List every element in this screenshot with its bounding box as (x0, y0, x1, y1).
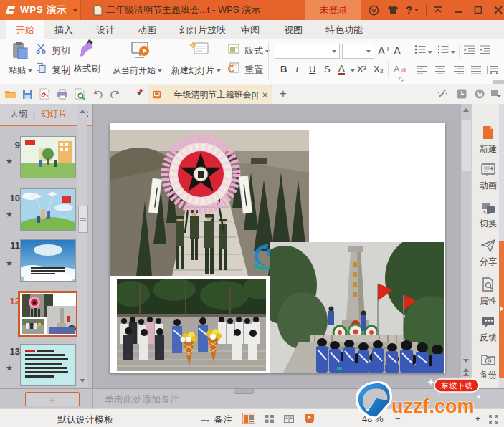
undo-button[interactable] (90, 87, 105, 101)
tab-review[interactable]: 审阅 (231, 20, 270, 39)
export-pdf-button[interactable] (37, 87, 52, 101)
format-painter-button[interactable]: 格式刷 (72, 39, 102, 60)
slide-edit-area[interactable] (93, 104, 461, 388)
italic-button[interactable]: I (295, 64, 298, 75)
font-color-button[interactable]: A (338, 64, 345, 75)
slide-thumbnail-13[interactable] (20, 344, 76, 386)
scroll-up-button[interactable] (461, 105, 471, 115)
layout-button[interactable]: 版式 (228, 44, 270, 57)
fit-to-window-button[interactable] (487, 413, 500, 425)
beautify-wand-icon[interactable] (434, 87, 449, 101)
superscript-button[interactable]: X² (357, 64, 366, 75)
photo-students-flower-baskets[interactable] (117, 279, 266, 371)
align-justify-button[interactable] (470, 65, 482, 76)
panel-scrollbar[interactable] (77, 105, 87, 387)
slide-canvas[interactable] (110, 123, 445, 373)
photo-monument-students[interactable] (270, 242, 444, 373)
increase-indent-button[interactable] (479, 44, 491, 57)
font-size-select[interactable] (342, 44, 374, 59)
tab-outline[interactable]: 大纲 (10, 108, 27, 120)
main-scrollbar-thumb[interactable] (462, 120, 472, 171)
distribute-button[interactable] (486, 65, 499, 76)
skin-icon[interactable] (384, 0, 402, 20)
new-slide-button[interactable]: 新建幻灯片 (171, 41, 227, 62)
v-member-icon[interactable] (364, 0, 383, 20)
increase-font-button[interactable]: A⁺ (378, 44, 391, 57)
align-left-icon (416, 65, 427, 74)
decrease-indent-button[interactable] (463, 44, 475, 57)
scroll-down-button[interactable] (461, 356, 471, 365)
paste-button[interactable]: 粘贴 (7, 41, 32, 62)
notes-placeholder[interactable]: 单击此处添加备注 (105, 393, 179, 406)
document-tab[interactable]: 二年级清明节主题班会ppt.ppt (148, 85, 272, 104)
add-slide-button[interactable]: + (25, 392, 80, 406)
font-name-select[interactable] (275, 44, 340, 59)
previous-slide-button[interactable] (461, 368, 471, 377)
quickbar-dropdown[interactable] (130, 87, 145, 101)
subscript-button[interactable]: X₂ (374, 64, 384, 75)
print-button[interactable] (55, 87, 70, 101)
login-button[interactable]: 未登录 (305, 0, 361, 20)
normal-view-button[interactable] (242, 413, 255, 424)
slide-thumbnail-9[interactable] (20, 136, 76, 178)
notes-label[interactable]: 备注 (214, 413, 232, 426)
scroll-up-icon[interactable] (80, 110, 85, 113)
tab-special-features[interactable]: 特色功能 (315, 20, 373, 39)
tab-view[interactable]: 视图 (274, 20, 313, 39)
tab-slideshow[interactable]: 幻灯片放映 (169, 20, 236, 39)
scroll-down-icon[interactable] (80, 379, 85, 383)
decrease-font-button[interactable]: A⁻ (394, 44, 406, 57)
collapse-ribbon-icon[interactable] (429, 0, 447, 20)
expand-pane-handle[interactable] (499, 241, 504, 378)
slide-thumbnail-10[interactable] (20, 188, 76, 231)
clear-format-button[interactable]: A (394, 64, 406, 75)
new-document-tab-button[interactable]: + (277, 87, 290, 101)
dialog-launcher-icon[interactable] (399, 77, 404, 82)
numbering-button[interactable] (437, 44, 455, 57)
align-right-button[interactable] (453, 65, 465, 76)
open-file-button[interactable] (3, 87, 17, 101)
switch-window-icon[interactable] (489, 87, 503, 101)
tab-insert[interactable]: 插入 (44, 20, 83, 39)
bullets-button[interactable] (414, 44, 432, 57)
reading-view-button[interactable] (282, 413, 295, 424)
redo-button[interactable] (108, 87, 122, 101)
strikethrough-button[interactable]: S (324, 64, 331, 75)
notes-resize-grip[interactable] (234, 388, 254, 394)
panel-scrollbar-thumb[interactable] (78, 206, 88, 233)
minimize-button[interactable] (449, 0, 467, 20)
slide-thumbnail-12[interactable] (18, 291, 78, 337)
main-scrollbar[interactable] (461, 104, 471, 388)
close-button[interactable] (489, 0, 504, 20)
print-preview-button[interactable] (72, 87, 87, 101)
play-from-current-button[interactable]: 从当前开始 (111, 41, 170, 62)
align-center-button[interactable] (434, 65, 446, 76)
slideshow-button[interactable] (303, 413, 315, 424)
maximize-button[interactable] (469, 0, 488, 20)
cut-button[interactable]: 剪切 (36, 44, 70, 57)
close-tab-icon[interactable] (262, 92, 267, 98)
help-button[interactable]: ? (401, 0, 423, 20)
tab-animation[interactable]: 动画 (128, 20, 166, 39)
tab-home[interactable]: 开始 (6, 20, 44, 39)
decrease-indent-icon (463, 44, 475, 54)
notes-toggle-icon[interactable] (199, 414, 209, 423)
slide-sorter-button[interactable] (262, 413, 275, 424)
align-left-button[interactable] (416, 65, 427, 76)
docer-icon[interactable] (472, 87, 487, 101)
tab-slides[interactable]: 幻灯片 (41, 108, 67, 120)
reset-button[interactable]: 重置 (228, 62, 263, 77)
slide-thumbnail-11[interactable] (20, 239, 76, 282)
wps-menu-button[interactable]: WPS 演示 (0, 0, 81, 20)
chevron-down-icon[interactable] (72, 9, 78, 12)
save-button[interactable] (20, 87, 34, 101)
copy-button[interactable]: 复制 (36, 62, 70, 77)
history-version-icon[interactable] (455, 87, 469, 101)
chevron-down-icon (217, 69, 221, 72)
underline-button[interactable]: U (309, 64, 315, 75)
tab-design[interactable]: 设计 (86, 20, 125, 39)
bold-button[interactable]: B (280, 64, 287, 75)
transition-star-icon: ★ (6, 210, 13, 219)
sidebar-grip[interactable] (482, 110, 494, 114)
chevron-down-icon[interactable] (351, 69, 355, 72)
